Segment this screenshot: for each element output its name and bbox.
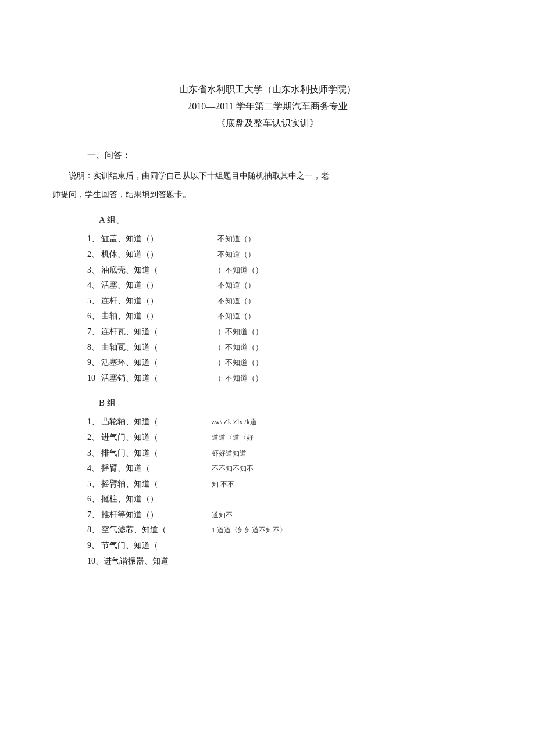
item-label: 活塞销、知道（ [101, 371, 217, 386]
title-line-3: 《底盘及整车认识实训》 [52, 115, 483, 132]
item-extra: 不知道（） [217, 232, 255, 246]
item-label: 连杆瓦、知道（ [101, 324, 217, 340]
group-b-list: 1、凸轮轴、知道（zw\ Zk Zlx /k道2、进气门、知道（道道〈道〈好3、… [52, 414, 483, 569]
list-item: 1、凸轮轴、知道（zw\ Zk Zlx /k道 [87, 414, 483, 430]
item-label: 排气门、知道（ [101, 446, 212, 461]
item-num: 6、 [87, 492, 101, 507]
item-label: 凸轮轴、知道（ [101, 414, 212, 430]
list-item: 4、摇臂、知道（不不知不知不 [87, 461, 483, 476]
item-extra: 不知道（） [217, 309, 255, 324]
item-label: 摇臂、知道（ [101, 461, 212, 476]
item-extra: ）不知道（） [217, 341, 263, 355]
item-num: 3、 [87, 263, 101, 278]
list-item: 3、油底壳、知道（）不知道（） [87, 263, 483, 278]
item-extra: 不知道（） [217, 278, 255, 293]
item-num: 9、 [87, 538, 101, 554]
list-item: 2、机体、知道（）不知道（） [87, 247, 483, 263]
item-extra: 1 道道〈知知道不知不〉 [212, 525, 287, 535]
item-extra: ）不知道（） [217, 325, 263, 339]
item-label: 缸盖、知道（） [101, 231, 217, 247]
item-label: 曲轴、知道（） [101, 309, 217, 324]
item-extra: 不知道（） [217, 294, 255, 309]
item-num: 7、 [87, 324, 101, 340]
item-num: 5、 [87, 476, 101, 492]
item-num: 4、 [87, 461, 101, 476]
list-item: 9、节气门、知道（ [87, 538, 483, 554]
section1-heading: 一、问答： [52, 150, 483, 161]
item-label: 活塞、知道（） [101, 278, 217, 293]
list-item: 8、曲轴瓦、知道（ ）不知道（） [87, 340, 483, 356]
item-extra: 不知道（） [217, 248, 255, 262]
item-label: 推杆等知道（） [101, 507, 212, 523]
section1-desc1: 说明：实训结束后，由同学自己从以下十组题目中随机抽取其中之一，老 [52, 168, 483, 184]
item-label: 节气门、知道（ [101, 538, 212, 554]
item-num: 3、 [87, 446, 101, 461]
item-num: 9、 [87, 355, 101, 371]
item-num: 10、 [87, 554, 104, 569]
item-extra: 道道〈道〈好 [212, 433, 254, 443]
item-num: 7、 [87, 507, 101, 523]
item-num: 4、 [87, 278, 101, 293]
page: 山东省水利职工大学（山东水利技师学院） 2010—2011 学年第二学期汽车商务… [0, 0, 535, 756]
item-num: 8、 [87, 340, 101, 356]
item-num: 6、 [87, 309, 101, 324]
item-extra: ）不知道（） [217, 263, 263, 278]
item-num: 10 [87, 371, 101, 386]
item-label: 油底壳、知道（ [101, 263, 217, 278]
item-label: 连杆、知道（） [101, 293, 217, 309]
item-num: 2、 [87, 247, 101, 263]
list-item: 9、活塞环、知道（）不知道（） [87, 355, 483, 371]
item-extra: 知 不不 [212, 479, 234, 489]
item-extra: 不不知不知不 [212, 464, 254, 474]
list-item: 8、空气滤芯、知道（1 道道〈知知道不知不〉 [87, 522, 483, 538]
title-line-1: 山东省水利职工大学（山东水利技师学院） [52, 81, 483, 98]
item-label: 活塞环、知道（ [101, 355, 217, 371]
group-a-title: A 组、 [52, 214, 483, 225]
section1-desc2: 师提问，学生回答，结果填到答题卡。 [52, 187, 483, 203]
item-num: 5、 [87, 293, 101, 309]
list-item: 2、进气门、知道（道道〈道〈好 [87, 430, 483, 446]
list-item: 5、摇臂轴、知道（知 不不 [87, 476, 483, 492]
title-line-2: 2010—2011 学年第二学期汽车商务专业 [52, 98, 483, 115]
list-item: 10活塞销、知道（）不知道（） [87, 371, 483, 386]
item-label: 摇臂轴、知道（ [101, 476, 212, 492]
title-section: 山东省水利职工大学（山东水利技师学院） 2010—2011 学年第二学期汽车商务… [52, 81, 483, 131]
item-label: 进气门、知道（ [101, 430, 212, 446]
item-label: 机体、知道（） [101, 247, 217, 263]
item-extra: 虾好道知道 [212, 449, 247, 458]
list-item: 1、缸盖、知道（）不知道（） [87, 231, 483, 247]
item-extra: zw\ Zk Zlx /k道 [212, 417, 257, 427]
item-label: 曲轴瓦、知道（ [101, 340, 217, 356]
group-a-list: 1、缸盖、知道（）不知道（）2、机体、知道（）不知道（）3、油底壳、知道（）不知… [52, 231, 483, 386]
list-item: 7、连杆瓦、知道（）不知道（） [87, 324, 483, 340]
list-item: 10、进气谐振器、知道 [87, 554, 483, 569]
item-label: 挺柱、知道（） [101, 492, 212, 507]
item-label: 进气谐振器、知道 [104, 554, 214, 569]
item-label: 空气滤芯、知道（ [101, 522, 212, 538]
item-num: 8、 [87, 522, 101, 538]
item-extra: 道知不 [212, 510, 233, 520]
list-item: 6、挺柱、知道（） [87, 492, 483, 507]
group-b-title: B 组 [52, 397, 483, 409]
list-item: 5、连杆、知道（）不知道（） [87, 293, 483, 309]
list-item: 7、推杆等知道（） 道知不 [87, 507, 483, 523]
item-extra: ）不知道（） [217, 371, 263, 386]
list-item: 6、曲轴、知道（）不知道（） [87, 309, 483, 324]
item-num: 2、 [87, 430, 101, 446]
item-extra: ）不知道（） [217, 356, 263, 370]
item-num: 1、 [87, 231, 101, 247]
list-item: 3、排气门、知道（虾好道知道 [87, 446, 483, 461]
item-num: 1、 [87, 414, 101, 430]
list-item: 4、活塞、知道（）不知道（） [87, 278, 483, 293]
